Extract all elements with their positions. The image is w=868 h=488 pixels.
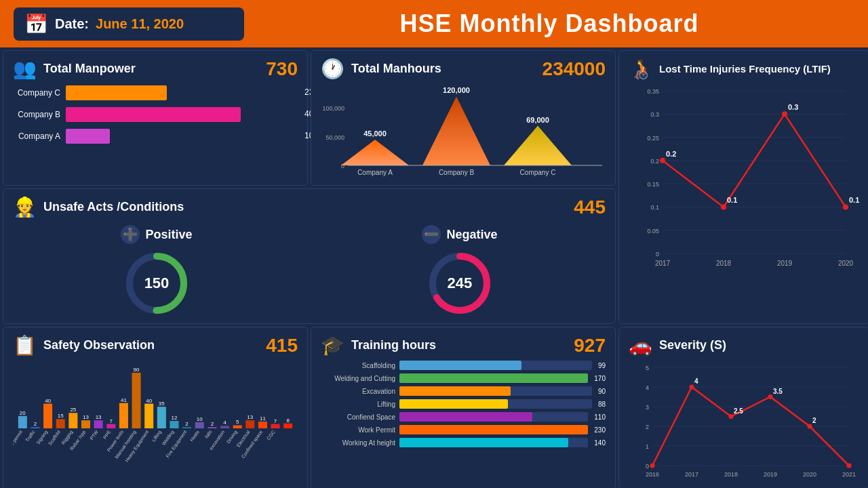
- svg-text:4: 4: [646, 384, 649, 391]
- bar-container: 400: [66, 107, 298, 122]
- svg-text:2020: 2020: [803, 471, 816, 478]
- svg-point-134: [808, 424, 812, 429]
- manpower-bar-row: Company C 230: [13, 85, 298, 100]
- svg-text:41: 41: [121, 397, 127, 403]
- svg-rect-61: [81, 420, 90, 428]
- ltif-title: Lost Time Injuries Frequency (LTIF): [659, 62, 831, 76]
- date-container: 📅 Date: June 11, 2020: [14, 7, 244, 41]
- main-grid: 👥 Total Manpower 730 Company C 230 Compa…: [0, 47, 868, 488]
- svg-rect-46: [18, 416, 27, 428]
- training-bar-row: Working At height 140: [321, 438, 606, 447]
- svg-rect-76: [144, 404, 153, 428]
- ltif-chart: 00.050.10.150.20.250.30.350.220170.12018…: [629, 84, 859, 277]
- svg-text:CGC: CGC: [266, 430, 276, 441]
- manhours-value: 234000: [542, 58, 606, 80]
- svg-rect-100: [245, 420, 254, 428]
- svg-text:2: 2: [34, 421, 37, 427]
- training-bar-row: Confiend Space 110: [321, 412, 606, 422]
- manpower-bars: Company C 230 Company B 400 Company A 10…: [13, 85, 298, 144]
- svg-rect-58: [68, 413, 77, 428]
- bar-container: 230: [66, 85, 298, 100]
- manhours-chart: 050,000100,000150,00045,000Company A120,…: [321, 84, 606, 185]
- unsafe-title: Unsafe Acts /Conditions: [43, 200, 184, 214]
- positive-label: Positive: [145, 228, 192, 242]
- svg-text:0.3: 0.3: [788, 103, 798, 111]
- svg-rect-52: [43, 404, 52, 428]
- svg-text:1: 1: [646, 443, 649, 450]
- svg-text:0.2: 0.2: [650, 158, 659, 165]
- negative-label: Negative: [446, 228, 497, 242]
- severity-chart: 0123452016420172.520183.52019220202021: [629, 361, 859, 488]
- svg-text:falls: falls: [204, 429, 213, 439]
- training-bar-value: 110: [594, 413, 606, 421]
- svg-text:0.1: 0.1: [650, 204, 659, 211]
- plus-icon: ➕: [121, 225, 140, 244]
- svg-text:2018: 2018: [724, 471, 738, 478]
- svg-text:0: 0: [656, 251, 659, 258]
- svg-text:2: 2: [185, 421, 189, 427]
- training-bar-value: 140: [594, 439, 606, 447]
- unsafe-body: ➕ Positive 150 ➖ Negative: [13, 225, 606, 317]
- svg-text:Company A: Company A: [357, 169, 393, 176]
- negative-value: 245: [448, 274, 473, 292]
- svg-text:12: 12: [172, 415, 178, 421]
- date-label: Date:: [55, 16, 89, 32]
- worker-icon: 👷: [13, 196, 37, 218]
- header: 📅 Date: June 11, 2020 HSE Monthly Dashbo…: [0, 0, 868, 47]
- manpower-bar-row: Company B 400: [13, 107, 298, 122]
- training-bar-value: 88: [598, 401, 606, 408]
- svg-text:8: 8: [286, 418, 290, 424]
- svg-rect-82: [170, 421, 178, 428]
- positive-gauge: ➕ Positive 150: [121, 225, 192, 317]
- unsafe-header: 👷 Unsafe Acts /Conditions 445: [13, 196, 606, 218]
- svg-text:0.15: 0.15: [647, 181, 659, 188]
- safety-obs-title: Safety Observation: [43, 338, 155, 352]
- training-bar-value: 90: [598, 388, 606, 395]
- svg-text:13: 13: [83, 414, 89, 420]
- svg-rect-88: [195, 422, 204, 428]
- svg-text:13: 13: [96, 414, 102, 420]
- svg-text:2020: 2020: [838, 260, 854, 267]
- svg-rect-103: [258, 422, 267, 428]
- svg-text:4: 4: [694, 378, 698, 385]
- training-bar-row: Excavation 90: [321, 386, 606, 396]
- svg-text:Heavy Equipment: Heavy Equipment: [124, 430, 150, 464]
- training-bar-fill: [399, 399, 508, 409]
- svg-text:2019: 2019: [777, 260, 793, 267]
- training-value: 927: [574, 335, 606, 357]
- svg-text:7: 7: [274, 418, 277, 424]
- svg-rect-55: [56, 419, 65, 428]
- svg-text:35: 35: [159, 401, 165, 407]
- svg-text:2017: 2017: [655, 260, 671, 267]
- svg-text:69,000: 69,000: [526, 116, 549, 124]
- manpower-value: 730: [266, 58, 298, 80]
- svg-text:50,000: 50,000: [326, 134, 344, 141]
- manpower-icon: 👥: [13, 58, 37, 80]
- svg-text:Heats: Heats: [189, 429, 201, 442]
- svg-text:4: 4: [223, 420, 226, 426]
- svg-text:Driving: Driving: [226, 429, 239, 445]
- svg-rect-85: [182, 427, 191, 428]
- svg-point-137: [847, 464, 852, 468]
- svg-text:PTW: PTW: [89, 429, 99, 441]
- bar-company-label: Company B: [13, 110, 60, 119]
- training-bar-label: Excavation: [321, 388, 395, 395]
- training-bar-label: Working At height: [321, 439, 395, 447]
- svg-text:0.1: 0.1: [727, 196, 737, 204]
- svg-point-33: [721, 204, 726, 209]
- bar-fill: [66, 129, 110, 144]
- svg-text:0.05: 0.05: [647, 228, 659, 235]
- svg-text:11: 11: [260, 415, 266, 422]
- svg-point-131: [768, 394, 773, 399]
- negative-gauge: ➖ Negative 245: [422, 225, 497, 317]
- svg-rect-70: [119, 403, 128, 428]
- svg-text:120,000: 120,000: [443, 86, 470, 94]
- svg-rect-67: [106, 424, 115, 428]
- bar-fill: [66, 107, 241, 122]
- svg-text:15: 15: [58, 413, 64, 419]
- negative-label-row: ➖ Negative: [422, 225, 497, 244]
- training-bar-fill: [399, 373, 588, 383]
- unsafe-value: 445: [574, 197, 606, 218]
- svg-text:2016: 2016: [646, 471, 659, 478]
- svg-text:10: 10: [197, 416, 203, 422]
